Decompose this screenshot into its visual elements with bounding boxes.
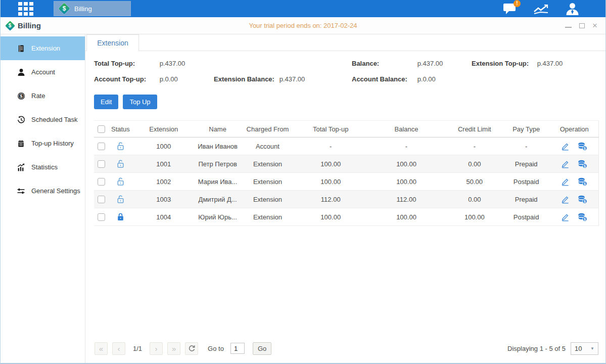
lock-closed-icon <box>116 212 125 221</box>
operation-cell: $ <box>551 195 598 204</box>
pagination-controls: « ‹ 1/1 › » Go to Go <box>95 342 271 355</box>
operation-cell: $ <box>551 142 598 151</box>
stats-icon <box>17 163 25 171</box>
cell-balance: 100.00 <box>366 155 447 173</box>
app-grid-icon[interactable] <box>18 2 33 16</box>
cell-name: Юрий Юрь... <box>196 208 240 226</box>
svg-text:$: $ <box>20 93 23 99</box>
top-up-coins-icon[interactable]: $ <box>578 195 587 204</box>
row-checkbox[interactable] <box>98 143 105 150</box>
topbar-tab-billing[interactable]: $ Billing <box>54 1 131 16</box>
top-up-coins-icon[interactable]: $ <box>578 177 587 186</box>
prev-page-button[interactable]: ‹ <box>112 342 125 355</box>
edit-pencil-icon[interactable] <box>561 213 570 221</box>
notification-badge: ! <box>514 0 521 7</box>
action-buttons: Edit Top Up <box>94 95 599 109</box>
next-page-button[interactable]: › <box>150 342 163 355</box>
displaying-label: Displaying 1 - 5 of 5 <box>507 345 566 352</box>
summary-total-topup: Total Top-up: p.437.00 <box>94 60 214 67</box>
refresh-button[interactable] <box>185 342 198 355</box>
cell-pay-type: - <box>502 138 550 155</box>
column-header-status: Status <box>109 121 132 138</box>
maximize-button[interactable] <box>579 23 585 28</box>
first-page-button[interactable]: « <box>95 342 108 355</box>
user-account-icon[interactable] <box>566 3 579 15</box>
sidebar-item-account[interactable]: Account <box>1 60 85 84</box>
sidebar-item-rate[interactable]: $Rate <box>1 84 85 108</box>
tab-strip: Extension <box>85 34 605 51</box>
edit-pencil-icon[interactable] <box>561 177 570 186</box>
cell-pay-type: Prepaid <box>502 191 550 208</box>
cell-charged-from: Extension <box>240 155 296 173</box>
sidebar-item-scheduled-task[interactable]: Scheduled Task <box>1 108 85 131</box>
cell-total-topup: 100.00 <box>295 208 366 226</box>
sidebar-item-label: Extension <box>31 44 60 52</box>
row-checkbox[interactable] <box>98 160 105 168</box>
edit-button[interactable]: Edit <box>94 95 118 109</box>
operation-cell: $ <box>551 160 598 168</box>
clock-icon <box>17 116 25 124</box>
tab-extension-label: Extension <box>97 39 128 47</box>
top-up-button[interactable]: Top Up <box>123 95 157 109</box>
close-button[interactable]: × <box>592 23 597 28</box>
statistics-chart-icon[interactable] <box>533 3 549 15</box>
column-header-balance: Balance <box>366 121 447 138</box>
cell-name: Дмитрий Д... <box>196 191 240 208</box>
column-header-credit-limit: Credit Limit <box>447 121 502 138</box>
lock-open-icon <box>116 195 125 204</box>
cell-pay-type: Postpaid <box>502 208 550 226</box>
cell-total-topup: - <box>295 138 366 155</box>
cell-balance: 112.00 <box>366 191 447 208</box>
lock-open-icon <box>116 142 125 151</box>
cell-name: Мария Ива... <box>196 173 240 191</box>
person-icon <box>17 68 25 76</box>
cell-extension: 1000 <box>132 138 196 155</box>
topbar-right-icons: ! <box>503 3 579 15</box>
app-body: ExtensionAccount$RateScheduled TaskTop-u… <box>1 34 605 363</box>
column-header-name: Name <box>196 121 240 138</box>
sidebar-item-statistics[interactable]: Statistics <box>1 155 85 179</box>
column-header-total-top-up: Total Top-up <box>295 121 366 138</box>
row-checkbox[interactable] <box>98 213 105 221</box>
svg-text:$: $ <box>584 217 586 221</box>
top-up-coins-icon[interactable]: $ <box>578 213 587 221</box>
select-all-checkbox[interactable] <box>98 125 105 133</box>
table-row-extension-1002: 1002Мария Ива...Extension100.00100.0050.… <box>94 173 599 191</box>
top-up-coins-icon[interactable]: $ <box>578 142 587 151</box>
sidebar: ExtensionAccount$RateScheduled TaskTop-u… <box>1 34 85 363</box>
sidebar-item-top-up-history[interactable]: Top-up History <box>1 131 85 155</box>
sidebar-item-extension[interactable]: Extension <box>1 36 85 60</box>
messages-icon[interactable]: ! <box>503 3 517 15</box>
go-button[interactable]: Go <box>253 342 271 355</box>
cell-name: Иван Иванов <box>196 138 240 155</box>
summary-account-balance: Account Balance: p.0.00 <box>352 75 472 83</box>
page-indicator: 1/1 <box>133 345 142 352</box>
svg-text:$: $ <box>584 164 586 168</box>
last-page-button[interactable]: » <box>167 342 180 355</box>
sidebar-item-general-settings[interactable]: General Settings <box>1 179 85 203</box>
edit-pencil-icon[interactable] <box>561 160 570 168</box>
cell-pay-type: Postpaid <box>502 173 550 191</box>
page-size-dropdown[interactable]: 10 ▼ <box>571 342 598 355</box>
minimize-button[interactable] <box>565 24 572 28</box>
column-header-extension: Extension <box>132 121 196 138</box>
billing-window: $ Billing ! <box>0 0 606 364</box>
row-checkbox[interactable] <box>98 178 105 186</box>
goto-page-input[interactable] <box>230 343 245 354</box>
tab-extension[interactable]: Extension <box>86 34 139 51</box>
edit-pencil-icon[interactable] <box>561 195 570 204</box>
summary-extension-topup: Extension Top-up: p.437.00 <box>472 60 599 67</box>
operation-cell: $ <box>551 213 598 221</box>
row-checkbox[interactable] <box>98 196 105 203</box>
top-up-coins-icon[interactable]: $ <box>578 160 587 168</box>
cell-balance: 100.00 <box>366 173 447 191</box>
billing-diamond-icon: $ <box>59 3 70 14</box>
cell-total-topup: 100.00 <box>295 155 366 173</box>
ledger-icon <box>17 44 25 53</box>
summary-balance: Balance: p.437.00 <box>352 60 472 67</box>
edit-pencil-icon[interactable] <box>561 142 570 151</box>
summary-panel: Total Top-up: p.437.00 Balance: p.437.00… <box>94 60 599 83</box>
svg-text:$: $ <box>584 199 586 203</box>
page-size-value: 10 <box>575 345 582 352</box>
chevron-down-icon: ▼ <box>590 346 594 351</box>
